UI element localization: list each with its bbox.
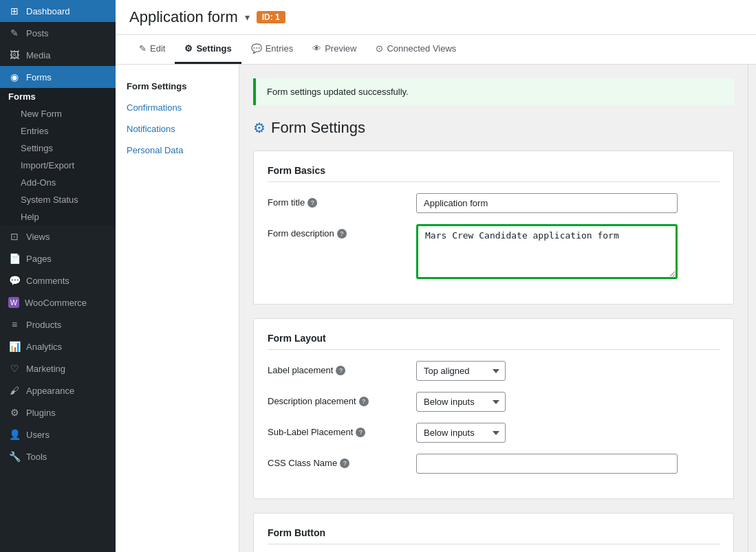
css-class-label: CSS Class Name ? [268, 454, 405, 468]
sidebar-item-woocommerce[interactable]: W WooCommerce [0, 291, 116, 313]
sidebar-item-label: Dashboard [26, 6, 70, 16]
sidebar-subitem-entries[interactable]: Entries [0, 122, 116, 140]
css-class-help-icon[interactable]: ? [340, 459, 349, 468]
sidebar-item-label: Forms [26, 72, 52, 82]
entries-icon: 💬 [251, 43, 262, 54]
form-layout-heading: Form Layout [268, 333, 720, 350]
sidebar-item-label: Views [26, 232, 50, 242]
label-placement-row: Label placement ? Top aligned Left align… [268, 361, 720, 381]
content-area: Form Settings Confirmations Notification… [116, 65, 756, 552]
left-nav: Form Settings Confirmations Notification… [116, 65, 239, 552]
form-basics-heading: Form Basics [268, 165, 720, 182]
tab-entries-label: Entries [266, 43, 293, 54]
sidebar-item-products[interactable]: ≡ Products [0, 313, 116, 335]
left-nav-form-settings[interactable]: Form Settings [116, 76, 239, 97]
page-title: Application form [129, 8, 238, 26]
sidebar-item-label: Media [26, 50, 50, 60]
panel-title-text: Form Settings [271, 119, 365, 137]
forms-icon: ◉ [8, 71, 21, 82]
description-placement-row: Description placement ? Below inputs Abo… [268, 392, 720, 412]
sublabel-placement-row: Sub-Label Placement ? Below inputs Above… [268, 423, 720, 443]
products-icon: ≡ [8, 319, 21, 330]
main-area: Application form ▾ ID: 1 ✎ Edit ⚙ Settin… [116, 0, 756, 552]
form-layout-section: Form Layout Label placement ? Top aligne… [253, 318, 734, 499]
tab-preview-label: Preview [325, 43, 356, 54]
tab-navigation: ✎ Edit ⚙ Settings 💬 Entries 👁 Preview ⊙ … [116, 35, 756, 65]
edit-icon: ✎ [139, 43, 147, 54]
topbar: Application form ▾ ID: 1 [116, 0, 756, 35]
sidebar-item-appearance[interactable]: 🖌 Appearance [0, 379, 116, 401]
form-title-label: Form title ? [268, 193, 405, 208]
sidebar-item-label: Appearance [26, 386, 74, 396]
sidebar-item-analytics[interactable]: 📊 Analytics [0, 335, 116, 357]
success-banner: Form settings updated successfully. [253, 78, 734, 105]
sidebar-subitem-add-ons[interactable]: Add-Ons [0, 174, 116, 191]
media-icon: 🖼 [8, 49, 21, 60]
sidebar-item-label: Plugins [26, 408, 56, 418]
tools-icon: 🔧 [8, 451, 21, 462]
analytics-icon: 📊 [8, 341, 21, 352]
label-placement-help-icon[interactable]: ? [336, 366, 345, 375]
gear-icon: ⚙ [253, 120, 266, 136]
sidebar-item-pages[interactable]: 📄 Pages [0, 247, 116, 269]
description-placement-label: Description placement ? [268, 392, 405, 406]
tab-preview[interactable]: 👁 Preview [303, 35, 366, 64]
sidebar-item-marketing[interactable]: ♡ Marketing [0, 357, 116, 379]
plugins-icon: ⚙ [8, 407, 21, 418]
form-description-textarea[interactable]: Mars Crew Candidate application form [416, 224, 678, 279]
sidebar-item-forms[interactable]: ◉ Forms [0, 66, 116, 88]
id-badge: ID: 1 [257, 11, 285, 23]
tab-edit[interactable]: ✎ Edit [129, 35, 175, 64]
scrollbar[interactable] [748, 65, 756, 552]
tab-settings[interactable]: ⚙ Settings [175, 35, 241, 64]
form-settings-panel: Form settings updated successfully. ⚙ Fo… [239, 65, 748, 552]
description-placement-select[interactable]: Below inputs Above inputs [416, 392, 506, 412]
woocommerce-icon: W [8, 297, 19, 308]
label-placement-select[interactable]: Top aligned Left aligned Right aligned H… [416, 361, 506, 381]
sublabel-placement-label: Sub-Label Placement ? [268, 423, 405, 437]
tab-entries[interactable]: 💬 Entries [241, 35, 303, 64]
sublabel-placement-help-icon[interactable]: ? [356, 428, 365, 437]
form-description-row: Form description ? Mars Crew Candidate a… [268, 224, 720, 279]
dashboard-icon: ⊞ [8, 5, 21, 16]
label-placement-label: Label placement ? [268, 361, 405, 375]
sidebar-item-views[interactable]: ⊡ Views [0, 225, 116, 247]
sidebar-subitem-help[interactable]: Help [0, 208, 116, 225]
sidebar-subitem-import-export[interactable]: Import/Export [0, 157, 116, 174]
form-button-heading: Form Button [268, 527, 720, 544]
sidebar-subitem-new-form[interactable]: New Form [0, 105, 116, 122]
form-title-row: Form title ? [268, 193, 720, 213]
css-class-row: CSS Class Name ? [268, 454, 720, 474]
tab-connected-views[interactable]: ⊙ Connected Views [366, 35, 466, 64]
sidebar-item-posts[interactable]: ✎ Posts [0, 22, 116, 44]
title-dropdown-arrow[interactable]: ▾ [245, 12, 250, 23]
left-nav-confirmations[interactable]: Confirmations [116, 97, 239, 118]
sidebar-subitem-system-status[interactable]: System Status [0, 191, 116, 208]
description-placement-help-icon[interactable]: ? [359, 397, 369, 406]
sidebar-item-tools[interactable]: 🔧 Tools [0, 445, 116, 467]
sidebar-item-comments[interactable]: 💬 Comments [0, 269, 116, 291]
left-nav-notifications[interactable]: Notifications [116, 118, 239, 140]
sidebar-item-media[interactable]: 🖼 Media [0, 44, 116, 66]
sidebar-item-users[interactable]: 👤 Users [0, 423, 116, 445]
sidebar-item-label: Pages [26, 254, 52, 264]
sidebar-subitem-settings[interactable]: Settings [0, 140, 116, 157]
sidebar-item-label: Comments [26, 276, 69, 286]
sidebar-item-dashboard[interactable]: ⊞ Dashboard [0, 0, 116, 22]
sidebar-item-label: Analytics [26, 342, 62, 352]
form-title-input[interactable] [416, 193, 678, 213]
pages-icon: 📄 [8, 253, 21, 264]
form-description-help-icon[interactable]: ? [337, 229, 347, 239]
tab-connected-views-label: Connected Views [387, 43, 456, 54]
sidebar-item-plugins[interactable]: ⚙ Plugins [0, 401, 116, 423]
left-nav-personal-data[interactable]: Personal Data [116, 140, 239, 161]
settings-icon: ⚙ [184, 43, 193, 54]
panel-title: ⚙ Form Settings [253, 119, 734, 137]
sidebar-subitem-forms-label: Forms [0, 88, 116, 105]
marketing-icon: ♡ [8, 363, 21, 374]
css-class-input[interactable] [416, 454, 678, 474]
sidebar-item-label: WooCommerce [25, 298, 87, 308]
forms-submenu: Forms New Form Entries Settings Import/E… [0, 88, 116, 225]
form-title-help-icon[interactable]: ? [307, 198, 317, 208]
sublabel-placement-select[interactable]: Below inputs Above inputs [416, 423, 506, 443]
